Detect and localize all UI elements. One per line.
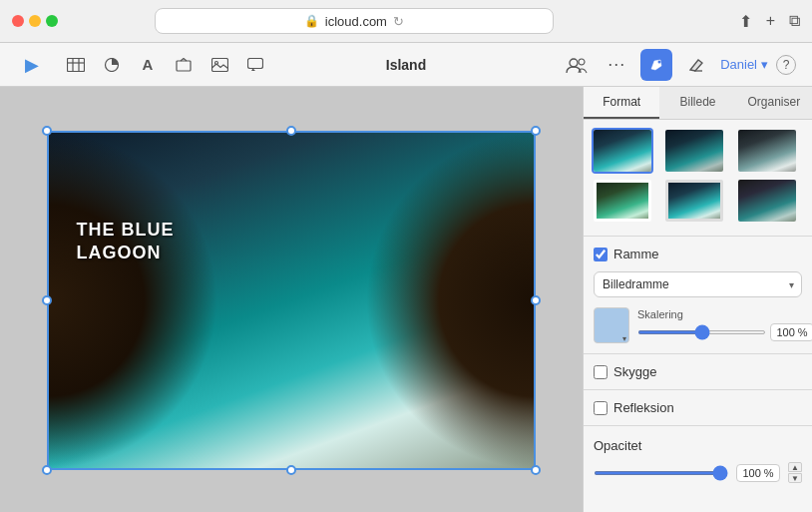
refleksion-row: Refleksion bbox=[584, 394, 812, 421]
comment-icon[interactable] bbox=[239, 49, 271, 81]
ramme-label: Ramme bbox=[613, 247, 659, 261]
handle-top-middle[interactable] bbox=[286, 126, 296, 136]
handle-bottom-left[interactable] bbox=[42, 465, 52, 475]
canvas-area: THE BLUE LAGOON bbox=[0, 87, 583, 512]
user-name: Daniel bbox=[720, 57, 757, 72]
scaling-slider[interactable] bbox=[637, 330, 766, 334]
handle-bottom-middle[interactable] bbox=[286, 465, 296, 475]
handle-top-left[interactable] bbox=[42, 126, 52, 136]
svg-point-10 bbox=[579, 59, 585, 65]
address-bar[interactable]: 🔒 icloud.com ↻ bbox=[155, 8, 554, 34]
minimize-button[interactable] bbox=[29, 15, 41, 27]
style-thumbnail-grid bbox=[584, 120, 812, 232]
frame-dropdown[interactable]: Billedramme Ingen ramme Enkelt linje bbox=[594, 271, 802, 297]
main-content: THE BLUE LAGOON Format Billede Organiser bbox=[0, 87, 812, 512]
share-icon[interactable]: ⬆ bbox=[739, 12, 752, 31]
svg-rect-8 bbox=[248, 58, 263, 68]
document-title: Island bbox=[386, 57, 426, 73]
opacitet-label: Opacitet bbox=[594, 438, 641, 453]
browser-action-buttons: ⬆ + ⧉ bbox=[739, 12, 800, 31]
panel-tabs: Format Billede Organiser bbox=[584, 87, 812, 120]
frame-dropdown-wrapper: Billedramme Ingen ramme Enkelt linje ▾ bbox=[594, 271, 802, 297]
svg-point-11 bbox=[658, 60, 661, 63]
svg-rect-0 bbox=[68, 58, 85, 71]
play-button[interactable]: ▶ bbox=[16, 49, 48, 81]
browser-chrome: 🔒 icloud.com ↻ ⬆ + ⧉ bbox=[0, 0, 812, 43]
app-toolbar: ▶ A Island ··· Daniel ▾ bbox=[0, 43, 812, 87]
url-text: icloud.com bbox=[325, 14, 387, 29]
skygge-row: Skygge bbox=[584, 358, 812, 385]
close-button[interactable] bbox=[12, 15, 24, 27]
tab-format[interactable]: Format bbox=[584, 87, 659, 119]
toolbar-right: ··· Daniel ▾ ? bbox=[561, 49, 796, 81]
collaborators-icon[interactable] bbox=[561, 49, 593, 81]
window-controls bbox=[12, 15, 58, 27]
svg-point-9 bbox=[570, 59, 578, 67]
svg-rect-5 bbox=[177, 61, 191, 71]
opacitet-label-row: Opacitet bbox=[584, 430, 812, 456]
rock-left bbox=[47, 131, 218, 470]
divider-4 bbox=[584, 425, 812, 426]
rock-right bbox=[365, 131, 537, 470]
handle-bottom-right[interactable] bbox=[531, 465, 541, 475]
slide[interactable]: THE BLUE LAGOON bbox=[47, 131, 536, 470]
style-thumb-4[interactable] bbox=[592, 178, 653, 224]
handle-top-right[interactable] bbox=[531, 126, 541, 136]
opacitet-row: ▲ ▼ bbox=[584, 456, 812, 489]
reload-icon[interactable]: ↻ bbox=[393, 14, 404, 29]
style-thumb-2[interactable] bbox=[663, 128, 725, 174]
help-icon[interactable]: ? bbox=[776, 55, 796, 75]
divider-2 bbox=[584, 353, 812, 354]
eraser-tool-icon[interactable] bbox=[680, 49, 712, 81]
ramme-checkbox[interactable] bbox=[594, 248, 608, 261]
scaling-label: Skalering bbox=[637, 308, 812, 320]
divider-3 bbox=[584, 389, 812, 390]
image-icon[interactable] bbox=[203, 49, 235, 81]
opacitet-slider[interactable] bbox=[594, 471, 728, 475]
windows-icon[interactable]: ⧉ bbox=[789, 12, 800, 31]
tab-billede[interactable]: Billede bbox=[659, 87, 735, 119]
shape-icon[interactable] bbox=[168, 49, 200, 81]
style-thumb-5[interactable] bbox=[663, 178, 725, 224]
new-tab-icon[interactable]: + bbox=[766, 12, 775, 31]
user-menu[interactable]: Daniel ▾ bbox=[720, 57, 768, 72]
scaling-input-row: ▲ ▼ bbox=[637, 322, 812, 343]
slide-container: THE BLUE LAGOON bbox=[47, 131, 536, 470]
tab-organiser[interactable]: Organiser bbox=[736, 87, 812, 119]
svg-rect-6 bbox=[211, 58, 227, 71]
scaling-row: Skalering ▲ ▼ bbox=[584, 301, 812, 349]
ramme-row: Ramme bbox=[584, 241, 812, 267]
scaling-value-input[interactable] bbox=[770, 323, 812, 341]
text-icon[interactable]: A bbox=[132, 49, 164, 81]
chart-icon[interactable] bbox=[96, 49, 128, 81]
refleksion-label: Refleksion bbox=[613, 400, 674, 415]
skygge-checkbox[interactable] bbox=[594, 365, 608, 379]
user-chevron-icon: ▾ bbox=[761, 57, 768, 72]
frame-dropdown-row: Billedramme Ingen ramme Enkelt linje ▾ bbox=[584, 267, 812, 301]
slide-text: THE BLUE LAGOON bbox=[76, 219, 174, 265]
opacitet-step-up[interactable]: ▲ bbox=[788, 462, 802, 472]
lock-icon: 🔒 bbox=[304, 14, 319, 28]
refleksion-checkbox[interactable] bbox=[594, 401, 608, 415]
style-thumb-3[interactable] bbox=[736, 128, 798, 174]
maximize-button[interactable] bbox=[46, 15, 58, 27]
handle-middle-right[interactable] bbox=[531, 295, 541, 305]
opacitet-step-down[interactable]: ▼ bbox=[788, 473, 802, 483]
slide-text-line1: THE BLUE bbox=[76, 219, 174, 242]
handle-middle-left[interactable] bbox=[42, 295, 52, 305]
scaling-controls: Skalering ▲ ▼ bbox=[637, 308, 812, 343]
color-swatch[interactable] bbox=[594, 307, 629, 343]
toolbar-left: ▶ A bbox=[16, 49, 271, 81]
browser-toolbar: 🔒 icloud.com ↻ ⬆ + ⧉ bbox=[0, 0, 812, 42]
skygge-label: Skygge bbox=[613, 364, 656, 379]
pen-tool-icon[interactable] bbox=[640, 49, 672, 81]
style-thumb-6[interactable] bbox=[736, 178, 798, 224]
right-panel: Format Billede Organiser bbox=[583, 87, 812, 512]
more-options-icon[interactable]: ··· bbox=[601, 49, 632, 81]
opacitet-stepper: ▲ ▼ bbox=[788, 462, 802, 483]
table-icon[interactable] bbox=[60, 49, 92, 81]
slide-text-line2: LAGOON bbox=[76, 242, 174, 264]
style-thumb-1[interactable] bbox=[592, 128, 653, 174]
divider-1 bbox=[584, 236, 812, 237]
opacitet-value-input[interactable] bbox=[736, 464, 780, 482]
